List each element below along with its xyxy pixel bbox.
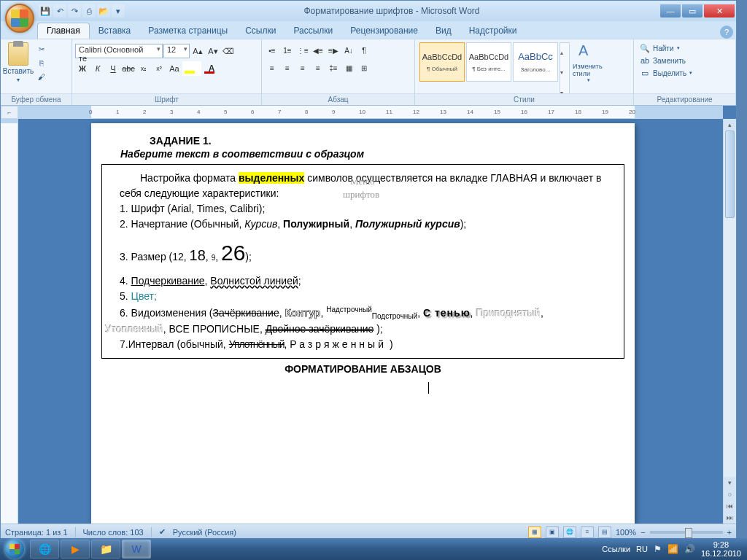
view-full-screen[interactable]: ▣: [546, 526, 559, 538]
font-color-button[interactable]: [202, 61, 221, 76]
taskbar-explorer[interactable]: 📁: [91, 540, 120, 559]
select-button[interactable]: ▭Выделить▾: [637, 67, 695, 79]
maximize-button[interactable]: ▭: [682, 4, 703, 18]
zoom-in[interactable]: +: [727, 528, 732, 537]
view-web[interactable]: 🌐: [563, 526, 576, 538]
decrease-indent-button[interactable]: ◀≡: [311, 44, 325, 58]
numbering-button[interactable]: 1≡: [280, 44, 295, 58]
cut-button[interactable]: ✂: [34, 42, 49, 55]
minimize-button[interactable]: —: [660, 4, 681, 18]
superscript-button[interactable]: x²: [152, 61, 166, 76]
vertical-scrollbar[interactable]: ▴ ▾ ○ ⏮ ⏭: [723, 119, 736, 524]
start-button[interactable]: [0, 538, 29, 560]
bullets-button[interactable]: ▪≡: [265, 44, 279, 58]
tray-links[interactable]: Ссылки: [602, 545, 630, 553]
tab-home[interactable]: Главная: [37, 23, 90, 39]
taskbar-player[interactable]: ▶: [61, 540, 90, 559]
tab-review[interactable]: Рецензирование: [341, 23, 427, 39]
close-button[interactable]: ✕: [704, 4, 735, 18]
tab-page-layout[interactable]: Разметка страницы: [139, 23, 236, 39]
style-no-spacing[interactable]: AaBbCcDd ¶ Без инте...: [466, 42, 511, 82]
align-center-button[interactable]: ≡: [280, 61, 295, 76]
show-marks-button[interactable]: ¶: [357, 44, 371, 58]
replace-button[interactable]: abЗаменить: [637, 55, 695, 66]
qat-more[interactable]: ▾: [112, 4, 125, 18]
tab-mailings[interactable]: Рассылки: [285, 23, 341, 39]
page-viewport[interactable]: ЗАДАНИЕ 1. Наберите текст в соответствии…: [18, 119, 723, 524]
tab-addins[interactable]: Надстройки: [460, 23, 526, 39]
prev-page[interactable]: ⏮: [724, 500, 736, 512]
find-icon: 🔍: [640, 43, 650, 53]
scroll-up[interactable]: ▴: [724, 119, 736, 131]
qat-undo[interactable]: ↶: [53, 4, 66, 18]
word-window: 💾 ↶ ↷ ⎙ 📂 ▾ Форматирование шрифтов - Mic…: [0, 0, 737, 540]
qat-save[interactable]: 💾: [39, 4, 52, 18]
find-button[interactable]: 🔍Найти▾: [637, 42, 695, 54]
line-spacing-button[interactable]: ‡≡: [326, 61, 341, 76]
copy-button[interactable]: ⎘: [34, 56, 49, 69]
zoom-slider[interactable]: [650, 531, 723, 534]
tray-flag-icon[interactable]: ⚑: [654, 544, 662, 554]
status-language[interactable]: Русский (Россия): [173, 528, 236, 537]
highlight-button[interactable]: [182, 61, 201, 76]
tray-network-icon[interactable]: 📶: [667, 544, 678, 554]
grow-font-button[interactable]: A▴: [190, 44, 205, 58]
tray-lang[interactable]: RU: [636, 545, 648, 553]
shading-button[interactable]: ▦: [341, 61, 356, 76]
font-size-combo[interactable]: 12: [163, 44, 190, 58]
scroll-down[interactable]: ▾: [724, 477, 736, 489]
bold-button[interactable]: Ж: [75, 61, 90, 76]
callout-fonts: шрифтов: [343, 189, 379, 201]
justify-button[interactable]: ≡: [311, 61, 325, 76]
zoom-out[interactable]: −: [640, 528, 645, 537]
qat-open[interactable]: 📂: [97, 4, 110, 18]
subscript-button[interactable]: x₂: [136, 61, 151, 76]
tray-clock[interactable]: 9:28 16.12.2010: [701, 540, 741, 558]
format-painter-button[interactable]: 🖌: [34, 70, 49, 83]
ruler-corner[interactable]: ⌐: [1, 106, 18, 119]
view-print-layout[interactable]: ▦: [528, 526, 541, 538]
font-name-combo[interactable]: Calibri (Основной те: [75, 44, 163, 58]
group-paragraph: ▪≡ 1≡ ⋮≡ ◀≡ ≡▶ A↓ ¶ ≡ ≡ ≡ ≡ ‡≡ ▦ ⊞: [262, 39, 415, 105]
tab-references[interactable]: Ссылки: [236, 23, 285, 39]
tray-volume-icon[interactable]: 🔊: [684, 544, 695, 554]
status-page[interactable]: Страница: 1 из 1: [5, 528, 68, 537]
clear-format-button[interactable]: ⌫: [221, 44, 236, 58]
underline-button[interactable]: Ч: [106, 61, 120, 76]
horizontal-ruler[interactable]: 01234567891011121314151617181920: [18, 106, 723, 119]
style-heading1[interactable]: AaBbCc Заголово...: [513, 42, 558, 82]
browse-object[interactable]: ○: [724, 489, 736, 500]
window-controls: — ▭ ✕: [659, 4, 735, 18]
change-case-button[interactable]: Aa: [167, 61, 182, 76]
list-item: 2. Начертание (Обычный, Курсив, Полужирн…: [120, 217, 616, 232]
view-draft[interactable]: ▤: [598, 526, 611, 538]
qat-print[interactable]: ⎙: [82, 4, 96, 18]
next-page[interactable]: ⏭: [724, 512, 736, 524]
tab-view[interactable]: Вид: [427, 23, 460, 39]
help-button[interactable]: ?: [720, 26, 733, 39]
borders-button[interactable]: ⊞: [357, 61, 371, 76]
taskbar-ie[interactable]: 🌐: [30, 540, 59, 559]
italic-button[interactable]: К: [90, 61, 105, 76]
qat-redo[interactable]: ↷: [68, 4, 81, 18]
multilevel-button[interactable]: ⋮≡: [295, 44, 310, 58]
style-normal[interactable]: AaBbCcDd ¶ Обычный: [419, 42, 465, 82]
zoom-level[interactable]: 100%: [616, 528, 636, 537]
shrink-font-button[interactable]: A▾: [206, 44, 220, 58]
ribbon: Вставить ▾ ✂ ⎘ 🖌 Буфер обмена Calibri (О…: [1, 39, 736, 106]
status-words[interactable]: Число слов: 103: [83, 528, 144, 537]
taskbar-word[interactable]: W: [122, 540, 151, 559]
strike-button[interactable]: abc: [121, 61, 136, 76]
align-right-button[interactable]: ≡: [295, 61, 310, 76]
page-content[interactable]: ЗАДАНИЕ 1. Наберите текст в соответствии…: [91, 123, 635, 396]
tab-insert[interactable]: Вставка: [90, 23, 140, 39]
sort-button[interactable]: A↓: [341, 44, 356, 58]
office-button[interactable]: [5, 4, 34, 33]
status-proofing-icon[interactable]: ✔: [159, 527, 166, 537]
view-outline[interactable]: ≡: [581, 526, 594, 538]
list-item: 5. Цвет;: [120, 289, 616, 304]
vertical-ruler[interactable]: [1, 119, 18, 524]
increase-indent-button[interactable]: ≡▶: [326, 44, 341, 58]
align-left-button[interactable]: ≡: [265, 61, 279, 76]
scroll-thumb[interactable]: [725, 131, 735, 218]
